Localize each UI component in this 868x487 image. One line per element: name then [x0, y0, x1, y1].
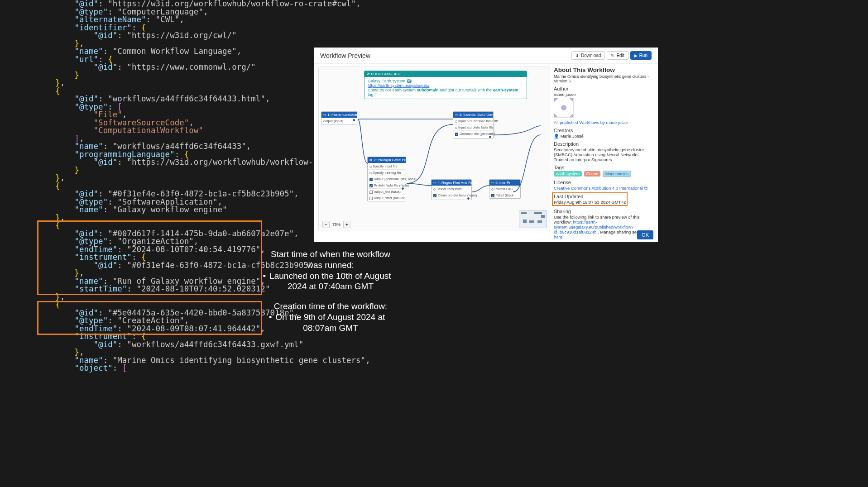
all-published-link[interactable]: All published Workflows by marie.josse [554, 120, 653, 125]
about-sidebar: About This Workflow Marine Omics identif… [550, 64, 658, 234]
highlight-box-organize-action [37, 220, 262, 295]
eosc-info-link[interactable]: https://earth-system.usegalaxy.eu/ [368, 83, 523, 88]
node4-out: Clean protein fasta (input) [432, 192, 471, 198]
last-updated-heading: Last Updated [554, 194, 626, 199]
annotation-start-time-title: Start time of when the workflow was runn… [265, 249, 396, 271]
run-button[interactable]: Run [630, 51, 652, 60]
zoom-level: 75% [332, 222, 340, 227]
annotation-start-time: Start time of when the workflow was runn… [265, 249, 396, 292]
node2-out2: Protein fasta file (fasta) [368, 182, 406, 188]
node5-in: Protein FAS [489, 186, 520, 192]
workflow-node-3[interactable]: ⇨ 3: Sanntis: Build Genbank Input a nucl… [453, 111, 494, 138]
edit-button[interactable]: Edit [607, 51, 628, 60]
zoom-in-button[interactable]: + [343, 221, 350, 228]
description-text: Secondary metabolite biosynthetic gene c… [554, 147, 653, 162]
node3-header: ⇨ 3: Sanntis: Build Genbank [453, 112, 493, 118]
eosc-info-line1: Galaxy Earth system 🌍 [368, 79, 523, 83]
tag-ocean[interactable]: Ocean [584, 171, 601, 177]
author-heading: Author [554, 86, 653, 91]
workflow-node-2[interactable]: ⇨ 2: Prodigal Gene Predictor Specify inp… [367, 157, 406, 201]
download-icon [575, 53, 579, 58]
workflow-canvas[interactable]: ⟳ EOSC FAIR-EASE Galaxy Earth system 🌍 h… [318, 67, 550, 231]
annotation-start-time-line: Launched on the 10th of August 2024 at 0… [269, 271, 391, 291]
node1-output: output (input) [321, 118, 357, 124]
download-button[interactable]: Download [571, 51, 605, 60]
eosc-info-box: ⟳ EOSC FAIR-EASE Galaxy Earth system 🌍 h… [364, 71, 527, 99]
node5-out: Tabul (tabul [489, 192, 520, 198]
node2-input1: Specify input file [368, 163, 406, 169]
eosc-info-line3: Come try our earth system subdomain and … [368, 88, 523, 97]
minimap[interactable] [519, 210, 547, 228]
last-updated-highlight: Last Updated Friday Aug 9th 19:07:53 202… [552, 192, 628, 206]
author-avatar [554, 98, 574, 118]
highlight-box-create-action [37, 301, 262, 335]
node3-in1: Input a nucleotide fasta file [453, 118, 493, 124]
sharing-heading: Sharing [554, 209, 653, 214]
preview-title: Workflow Preview [320, 52, 370, 59]
author-name: marie.josse [554, 92, 653, 97]
workflow-node-1[interactable]: ⇨ 1: Fasta nucelotide file output (input… [321, 111, 357, 124]
node2-out4: output_start (tabular) [368, 195, 406, 201]
tags-heading: Tags [554, 165, 653, 170]
workflow-preview-panel: Workflow Preview Download Edit Run ⟳ EOS… [314, 48, 658, 242]
node4-in: Select lines from [432, 186, 471, 192]
license-heading: License [554, 180, 653, 185]
annotation-creation-time: Creation time of the workflow: •On the 9… [265, 301, 396, 333]
workflow-node-5[interactable]: ⇨ 5: InterPr Protein FAS Tabul (tabul [489, 179, 521, 199]
node5-header: ⇨ 5: InterPr [489, 180, 520, 186]
node3-out: Genbank file (genbank) [453, 130, 493, 137]
eosc-info-head: ⟳ EOSC FAIR-EASE [364, 71, 527, 77]
node3-in2: Input a protein fasta file [453, 124, 493, 130]
license-link[interactable]: Creative Commons Attribution 4.0 Interna… [554, 186, 653, 191]
annotation-creation-time-title: Creation time of the workflow: [265, 301, 396, 312]
tag-earth-system[interactable]: earth-system [554, 171, 582, 177]
play-icon [634, 53, 638, 58]
edit-icon [611, 53, 614, 58]
node1-header: ⇨ 1: Fasta nucelotide file [321, 112, 357, 118]
workflow-node-4[interactable]: ⇨ 4: Regex Find And Replace Select lines… [431, 179, 472, 200]
about-heading: About This Workflow [554, 67, 653, 73]
sharing-here-link[interactable]: here [554, 234, 562, 239]
zoom-controls: − 75% + [322, 221, 350, 228]
creators-heading: Creators [554, 128, 653, 133]
node2-header: ⇨ 2: Prodigal Gene Predictor [368, 157, 406, 163]
description-heading: Description [554, 141, 653, 147]
ok-button[interactable]: OK [637, 230, 653, 239]
node2-out1: output (genbank, gff3, asn1) [368, 176, 406, 182]
tag-marineomics[interactable]: Marineomics [603, 171, 631, 177]
annotation-creation-time-line: On the 9th of August 2024 at 08:07am GMT [275, 312, 385, 333]
node2-out3: output_fnn (fasta) [368, 188, 406, 195]
creator-name: 👤 Marie Jossé [554, 134, 653, 138]
node2-input2: Specify training file [368, 169, 406, 176]
about-subtitle: Marine Omics identifying biosynthetic ge… [554, 74, 653, 83]
node4-header: ⇨ 4: Regex Find And Replace [432, 180, 471, 186]
zoom-out-button[interactable]: − [322, 221, 330, 228]
last-updated-value: Friday Aug 9th 19:07:53 2024 GMT+2 [554, 200, 626, 205]
